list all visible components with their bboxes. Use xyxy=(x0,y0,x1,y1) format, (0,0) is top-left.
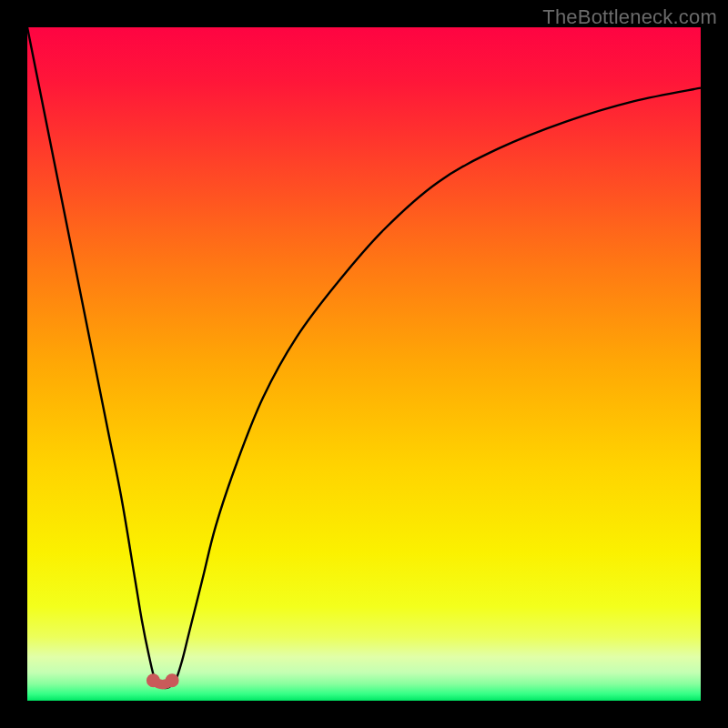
plot-area xyxy=(27,27,701,701)
outer-frame: TheBottleneck.com xyxy=(0,0,728,728)
bottleneck-curve xyxy=(27,27,701,701)
watermark-text: TheBottleneck.com xyxy=(542,5,717,29)
svg-point-1 xyxy=(147,673,160,687)
svg-point-2 xyxy=(166,673,179,687)
